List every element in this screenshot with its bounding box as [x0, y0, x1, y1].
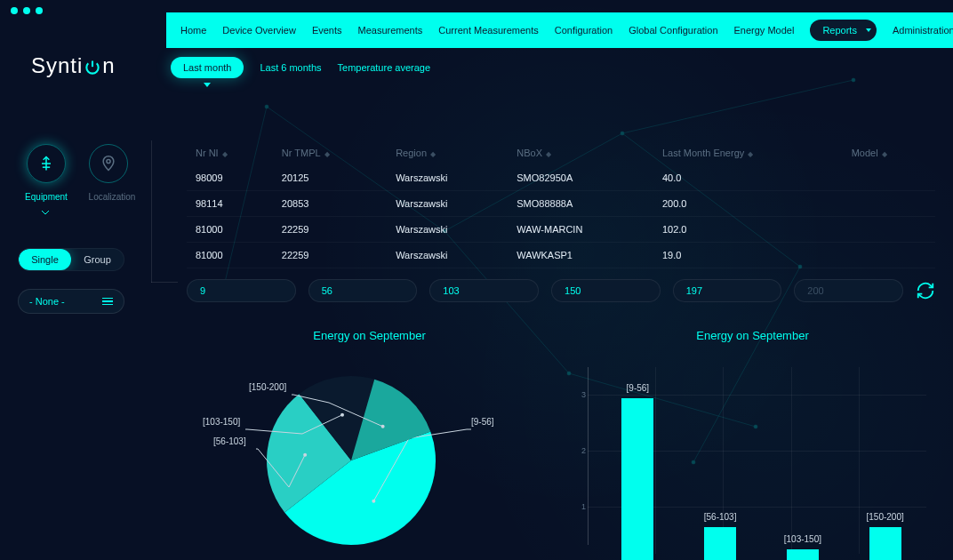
- table-cell: 40.0: [653, 165, 843, 191]
- nav-item-global-configuration[interactable]: Global Configuration: [629, 25, 717, 36]
- bar: [621, 398, 653, 560]
- table-cell: [843, 217, 935, 243]
- subnav-last-6-months[interactable]: Last 6 months: [260, 62, 321, 73]
- table-cell: 20125: [273, 165, 387, 191]
- table-cell: Warszawski: [387, 243, 508, 268]
- svg-point-16: [852, 78, 855, 82]
- range-pills-row: 956103150197200: [187, 279, 935, 302]
- table-cell: 19.0: [653, 243, 843, 268]
- bar: [787, 549, 819, 560]
- range-pill[interactable]: 103: [429, 279, 539, 302]
- pie-label: [56-103]: [213, 436, 246, 446]
- table-cell: SMO88888A: [508, 191, 653, 217]
- table-cell: 20853: [273, 191, 387, 217]
- chevron-down-icon: [41, 210, 50, 215]
- brand-logo: Synti n: [31, 53, 116, 78]
- equipment-icon[interactable]: [27, 144, 66, 183]
- top-nav: HomeDevice OverviewEventsMeasurementsCur…: [166, 12, 953, 48]
- svg-point-17: [107, 159, 110, 163]
- table-row[interactable]: 9800920125WarszawskiSMO82950A40.0: [187, 165, 935, 191]
- refresh-icon[interactable]: [916, 281, 935, 300]
- range-pill[interactable]: 150: [551, 279, 661, 302]
- table-cell: SMO82950A: [508, 165, 653, 191]
- table-cell: 200.0: [653, 191, 843, 217]
- col-header[interactable]: Model◆: [843, 140, 935, 165]
- table-cell: 98114: [187, 191, 273, 217]
- col-header[interactable]: Region◆: [387, 140, 508, 165]
- range-pill[interactable]: 9: [187, 279, 296, 302]
- table-cell: Warszawski: [387, 217, 508, 243]
- pie-chart-title: Energy on September: [187, 329, 552, 342]
- svg-point-18: [372, 500, 375, 503]
- mode-segmented-control: Single Group: [18, 248, 124, 271]
- bar-label: [150-200]: [859, 512, 912, 522]
- bar: [869, 527, 901, 560]
- table-cell: Warszawski: [387, 165, 508, 191]
- mode-group-button[interactable]: Group: [71, 249, 124, 270]
- power-icon: [84, 57, 101, 75]
- col-header[interactable]: Nr TMPL◆: [273, 140, 387, 165]
- bar-chart-title: Energy on September: [570, 329, 935, 342]
- window-dots: [11, 7, 43, 14]
- sidebar-label-equipment[interactable]: Equipment: [21, 192, 71, 202]
- table-cell: [843, 191, 935, 217]
- table-cell: 102.0: [653, 217, 843, 243]
- filter-dropdown[interactable]: - None -: [18, 289, 124, 314]
- y-tick: 3: [581, 390, 586, 399]
- col-header[interactable]: Nr NI◆: [187, 140, 273, 165]
- bar-label: [9-56]: [611, 383, 664, 393]
- pie-label: [9-56]: [471, 417, 494, 427]
- pie-chart: [9-56][56-103][103-150][150-200]: [187, 358, 552, 560]
- sidebar-label-localization[interactable]: Localization: [87, 192, 137, 202]
- subnav-temperature-average[interactable]: Temperature average: [338, 62, 431, 73]
- svg-point-19: [303, 453, 307, 457]
- col-header[interactable]: NBoX◆: [508, 140, 653, 165]
- svg-point-20: [340, 413, 344, 417]
- nav-item-events[interactable]: Events: [312, 25, 342, 36]
- sub-nav: Last monthLast 6 monthsTemperature avera…: [171, 57, 430, 78]
- main-content: Nr NI◆Nr TMPL◆Region◆NBoX◆Last Month Ene…: [187, 140, 935, 560]
- range-pill[interactable]: 200: [794, 279, 903, 302]
- table-cell: [843, 243, 935, 268]
- nav-item-device-overview[interactable]: Device Overview: [222, 25, 296, 36]
- table-cell: Warszawski: [387, 191, 508, 217]
- nav-item-measurements[interactable]: Measurements: [358, 25, 423, 36]
- range-pill[interactable]: 56: [308, 279, 418, 302]
- table-cell: [843, 165, 935, 191]
- sidebar: Equipment Localization Single Group - No…: [18, 144, 142, 314]
- nav-item-current-measurements[interactable]: Current Measurements: [438, 25, 539, 36]
- bar-label: [56-103]: [693, 512, 747, 522]
- subnav-last-month[interactable]: Last month: [171, 57, 244, 78]
- svg-line-7: [622, 80, 853, 133]
- table-cell: WAW-MARCIN: [508, 217, 653, 243]
- mode-single-button[interactable]: Single: [19, 249, 71, 270]
- svg-point-10: [621, 132, 624, 135]
- localization-icon[interactable]: [89, 144, 128, 183]
- pie-label: [150-200]: [249, 382, 286, 392]
- data-table: Nr NI◆Nr TMPL◆Region◆NBoX◆Last Month Ene…: [187, 140, 935, 268]
- table-row[interactable]: 8100022259WarszawskiWAWKASP119.0: [187, 243, 935, 268]
- svg-point-21: [381, 425, 385, 428]
- nav-item-energy-model[interactable]: Energy Model: [734, 25, 795, 36]
- bar-chart: 123[9-56][56-103][103-150][150-200]: [570, 358, 935, 560]
- bar: [704, 527, 736, 560]
- y-tick: 1: [581, 502, 586, 511]
- table-cell: 22259: [273, 217, 387, 243]
- nav-item-administration[interactable]: Administration: [893, 25, 953, 36]
- nav-item-reports[interactable]: Reports: [810, 20, 877, 41]
- table-row[interactable]: 8100022259WarszawskiWAW-MARCIN102.0: [187, 217, 935, 243]
- table-cell: WAWKASP1: [508, 243, 653, 268]
- svg-point-8: [265, 105, 268, 108]
- pie-label: [103-150]: [203, 417, 240, 427]
- col-header[interactable]: Last Month Energy◆: [653, 140, 843, 165]
- range-pill[interactable]: 197: [673, 279, 782, 302]
- table-cell: 22259: [273, 243, 387, 268]
- nav-item-home[interactable]: Home: [180, 25, 206, 36]
- y-tick: 2: [581, 446, 586, 455]
- dropdown-value: - None -: [29, 296, 65, 307]
- table-cell: 81000: [187, 243, 273, 268]
- table-cell: 81000: [187, 217, 273, 243]
- bar-label: [103-150]: [776, 534, 829, 544]
- nav-item-configuration[interactable]: Configuration: [555, 25, 613, 36]
- table-row[interactable]: 9811420853WarszawskiSMO88888A200.0: [187, 191, 935, 217]
